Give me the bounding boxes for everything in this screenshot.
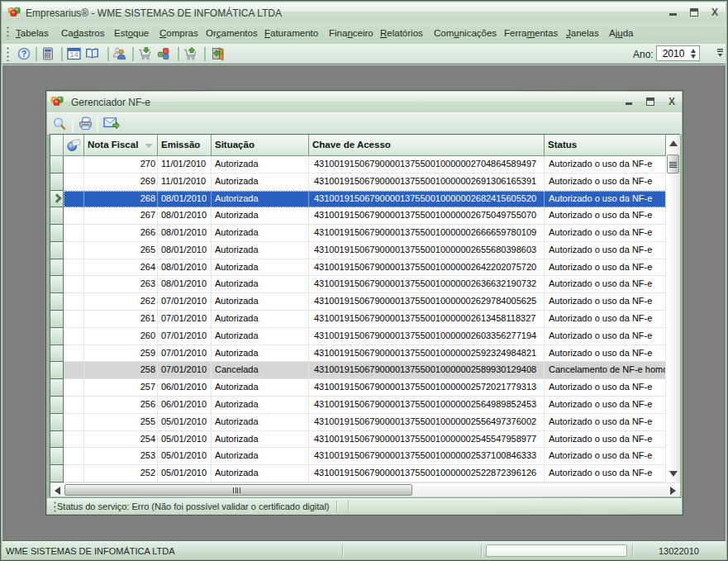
svg-text:14: 14	[69, 50, 79, 59]
svg-text:?: ?	[21, 49, 26, 59]
